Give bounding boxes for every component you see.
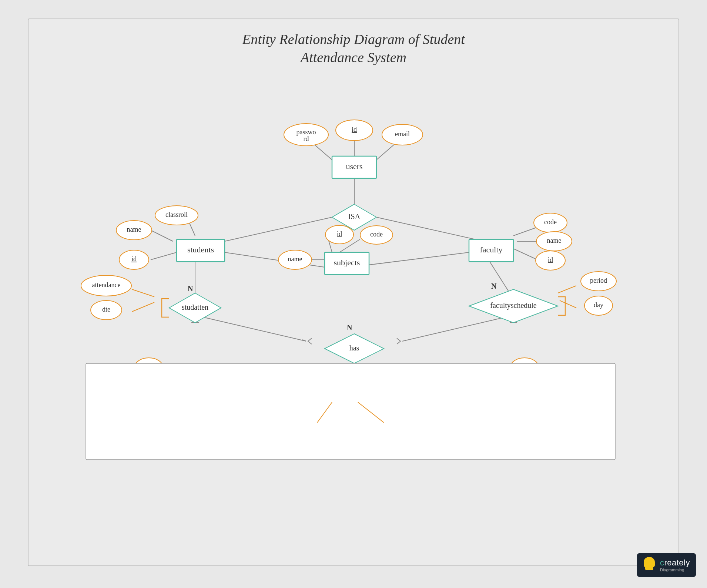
faculty-id-label: id <box>548 256 553 263</box>
has-label: has <box>349 344 359 352</box>
inner-box <box>86 363 615 460</box>
erd-diagram: users students faculty subjects courses … <box>29 71 680 567</box>
facultyschedule-period-label: period <box>590 277 607 284</box>
users-entity-label: users <box>346 162 362 171</box>
subjects-id-label: id <box>337 230 342 238</box>
users-password-label2: rd <box>304 135 309 142</box>
logo-brand: creately <box>660 558 690 568</box>
logo-brand-text: reately <box>664 558 690 567</box>
users-id-label: id <box>352 126 357 133</box>
svg-line-5 <box>376 217 484 241</box>
logo: creately Diagramming <box>637 553 696 577</box>
title-line2: Attendance System <box>301 50 406 65</box>
logo-brand-accent: c <box>660 558 664 567</box>
studatten-dte-label: dte <box>102 306 110 313</box>
diagram-area: users students faculty subjects courses … <box>29 71 678 567</box>
students-id-label: id <box>131 255 137 263</box>
facultyschedule-day-label: day <box>594 301 603 309</box>
students-name-label: name <box>127 226 141 233</box>
svg-line-11 <box>513 249 537 260</box>
subjects-entity-label: subjects <box>334 258 360 267</box>
svg-line-20 <box>560 300 576 308</box>
title-line1: Entity Relationship Diagram of Student <box>242 31 465 47</box>
students-classroll-label: classroll <box>165 211 188 218</box>
users-password-label: passwo <box>296 128 316 136</box>
svg-line-13 <box>132 289 154 297</box>
logo-text-area: creately Diagramming <box>660 558 690 572</box>
students-entity-label: students <box>187 245 214 254</box>
svg-line-9 <box>513 226 539 236</box>
cardinality-subjects-has: N <box>347 323 352 332</box>
svg-line-23 <box>195 315 306 341</box>
svg-line-4 <box>225 217 332 241</box>
subjects-name-label: name <box>288 255 302 263</box>
logo-sub-text: Diagramming <box>660 568 690 572</box>
faculty-entity-label: faculty <box>480 245 502 254</box>
studatten-attendance-label: attendance <box>92 281 121 289</box>
svg-line-8 <box>151 252 177 260</box>
faculty-code-label: code <box>544 218 557 226</box>
subjects-code-label: code <box>370 231 383 238</box>
svg-line-24 <box>402 315 513 341</box>
facultyschedule-label: facultyschedule <box>490 301 537 310</box>
svg-line-14 <box>132 302 154 312</box>
svg-line-6 <box>151 230 173 241</box>
cardinality-faculty-facultyschedule: N <box>491 282 497 290</box>
studatten-label: studatten <box>182 303 208 311</box>
cardinality-students-studatten: N <box>188 285 193 293</box>
main-container: Entity Relationship Diagram of Student A… <box>28 19 679 566</box>
svg-line-19 <box>558 286 576 293</box>
isa-label: ISA <box>348 212 361 221</box>
faculty-name-label: name <box>547 237 562 244</box>
users-email-label: email <box>395 130 410 138</box>
diagram-title: Entity Relationship Diagram of Student A… <box>29 19 678 67</box>
